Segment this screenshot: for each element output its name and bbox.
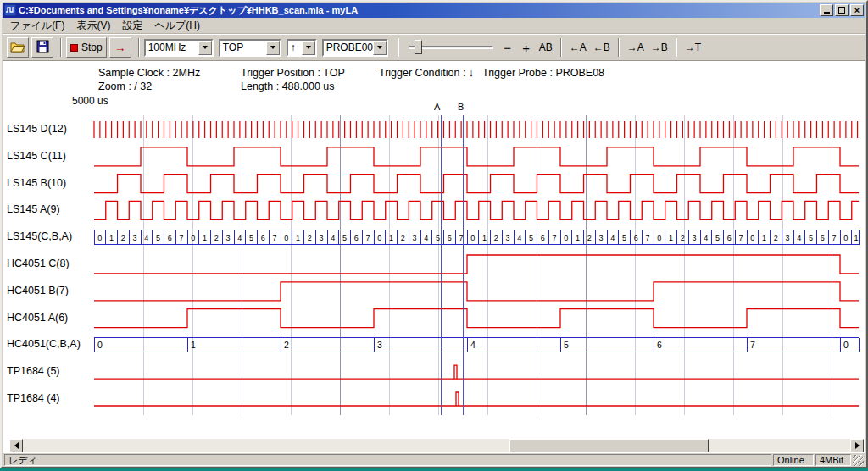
svg-text:5: 5 [342,234,347,242]
goto-marker-a-left-button[interactable]: ←A [566,38,590,57]
svg-text:6: 6 [448,234,452,242]
trigger-edge-value: ↑ [288,41,302,55]
minimize-button[interactable] [820,4,833,16]
marker-b-label[interactable]: B [458,102,464,112]
goto-trigger-button[interactable]: →T [682,38,704,57]
ab-range-button[interactable]: AB [536,38,556,57]
goto-marker-b-right-button[interactable]: →B [648,38,671,57]
run-button[interactable]: → [109,37,131,58]
dropdown-arrow-icon[interactable] [198,41,212,55]
marker-a-label[interactable]: A [434,102,440,112]
svg-text:7: 7 [366,234,370,242]
zoom-out-button[interactable]: − [498,38,517,57]
length-info: Length : 488.000 us [241,80,335,92]
channel-label: TP1684 (5) [7,365,60,377]
sample-clock-value: 100MHz [146,41,198,55]
horizontal-scrollbar[interactable] [9,439,864,452]
svg-text:1: 1 [854,234,858,242]
svg-text:2: 2 [681,234,685,242]
trigger-edge-select[interactable]: ↑ [287,39,317,57]
svg-text:5: 5 [809,234,813,242]
svg-text:5: 5 [436,234,440,242]
close-button[interactable]: × [850,4,864,16]
dropdown-arrow-icon[interactable] [266,41,280,55]
waveform-canvas: 0123456701234567012345670123456701234567… [3,98,868,441]
svg-text:0: 0 [97,340,103,350]
svg-text:0: 0 [564,234,568,242]
toolbar-separator [560,38,562,57]
zoom-in-button[interactable]: + [517,38,536,57]
svg-text:4: 4 [237,234,242,242]
menu-view[interactable]: 表示(V) [70,17,116,35]
trigger-probe-info: Trigger Probe : PROBE08 [482,67,604,79]
channel-label: HC4051 A(6) [7,312,68,324]
stop-label: Stop [81,42,103,53]
run-arrow-icon: → [114,42,126,53]
close-icon: × [854,5,860,15]
menu-bar: ファイル(F) 表示(V) 設定 ヘルプ(H) [3,18,865,34]
svg-text:0: 0 [750,234,754,242]
svg-text:6: 6 [821,234,825,242]
toolbar-separator [398,38,399,57]
title-bar[interactable]: C:¥Documents and Settings¥noname¥デスクトップ¥… [3,3,865,18]
chevron-down-icon [377,46,382,49]
trigger-probe-select[interactable]: PROBE00 [322,39,388,57]
trigger-position-value: TOP [220,41,266,55]
goto-marker-a-right-button[interactable]: →A [624,38,648,57]
save-button[interactable] [31,37,53,58]
open-folder-icon [10,41,25,55]
svg-text:0: 0 [191,234,195,242]
svg-text:1: 1 [762,234,766,242]
menu-file[interactable]: ファイル(F) [4,17,70,35]
trigger-condition-info: Trigger Condition : ↓ [379,67,474,79]
svg-text:2: 2 [284,340,289,350]
svg-text:5: 5 [564,340,569,350]
maximize-icon [838,7,845,14]
resize-grip[interactable] [853,455,864,466]
scroll-left-button[interactable] [9,439,23,452]
channel-label: HC4051 B(7) [7,285,69,296]
svg-text:7: 7 [646,234,650,242]
floppy-disk-icon [36,40,49,55]
svg-text:2: 2 [494,234,498,242]
goto-marker-b-left-button[interactable]: ←B [590,38,614,57]
chevron-down-icon [203,46,208,49]
svg-text:3: 3 [693,234,697,242]
svg-text:4: 4 [424,234,428,242]
slider-thumb[interactable] [415,40,422,54]
menu-settings[interactable]: 設定 [116,17,148,35]
svg-text:1: 1 [109,234,114,242]
stop-button[interactable]: Stop [66,37,107,58]
status-message: レディ [4,454,771,466]
svg-text:3: 3 [377,340,382,350]
svg-text:7: 7 [832,234,837,242]
svg-text:0: 0 [284,234,288,242]
dropdown-arrow-icon[interactable] [373,41,387,55]
zoom-slider[interactable] [407,38,495,57]
scrollbar-track[interactable] [23,439,850,452]
svg-text:0: 0 [97,234,102,242]
zoom-info: Zoom : / 32 [98,80,152,92]
scroll-right-button[interactable] [850,439,864,452]
open-button[interactable] [7,37,29,58]
window-controls: × [820,4,864,16]
svg-text:0: 0 [657,234,661,242]
toolbar-separator [676,38,677,57]
svg-text:1: 1 [191,340,196,350]
svg-text:5: 5 [529,234,533,242]
maximize-button[interactable] [835,4,849,16]
menu-help[interactable]: ヘルプ(H) [148,17,206,35]
svg-text:3: 3 [320,234,324,242]
scrollbar-thumb[interactable] [509,439,709,452]
channel-label: LS145 D(12) [7,123,67,135]
status-memory: 4MBit [815,454,851,466]
svg-text:4: 4 [704,234,708,242]
sample-clock-select[interactable]: 100MHz [144,39,214,57]
svg-text:2: 2 [214,234,219,242]
svg-text:7: 7 [180,234,184,242]
svg-text:7: 7 [750,340,755,350]
channel-label: LS145 B(10) [7,177,66,189]
trigger-position-info: Trigger Position : TOP [241,67,345,79]
trigger-position-select[interactable]: TOP [219,39,281,57]
dropdown-arrow-icon[interactable] [302,41,315,55]
